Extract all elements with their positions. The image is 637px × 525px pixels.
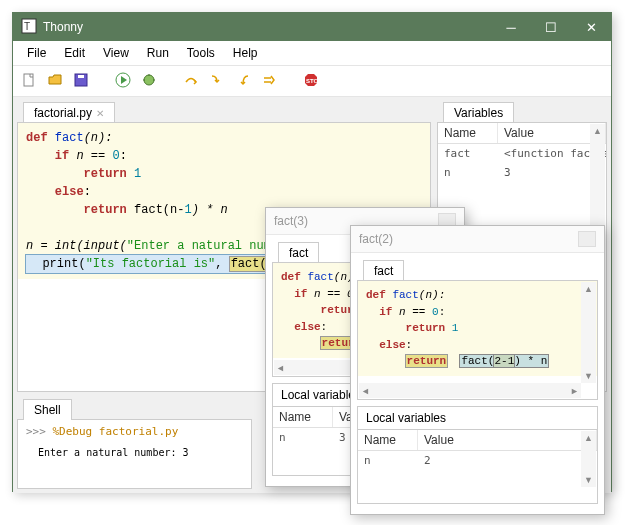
variable-row[interactable]: n 3	[438, 163, 606, 182]
editor-tab[interactable]: factorial.py✕	[23, 102, 115, 123]
variables-header: Name Value	[438, 123, 606, 144]
run-button[interactable]	[113, 70, 133, 90]
shell-tab[interactable]: Shell	[23, 399, 72, 420]
eval-subexpr-highlight: fact(2-1) * n	[460, 355, 548, 367]
frame-code-tab[interactable]: fact	[363, 260, 404, 281]
frame-popup-fact2: fact(2) fact def fact(n): if n == 0: ret…	[350, 225, 605, 515]
step-out-button[interactable]	[233, 70, 253, 90]
menu-file[interactable]: File	[19, 44, 54, 62]
new-file-button[interactable]	[19, 70, 39, 90]
save-file-button[interactable]	[71, 70, 91, 90]
current-line-highlight: print("Its factorial is", fact(3))	[26, 255, 306, 273]
toolbar: STOP	[13, 66, 611, 97]
frame-code-panel: def fact(n): if n == 0: return 1 else: r…	[357, 280, 598, 400]
scroll-up-icon[interactable]: ▲	[591, 124, 604, 138]
shell-panel[interactable]: >>> %Debug factorial.py Enter a natural …	[17, 419, 252, 489]
titlebar: T Thonny ─ ☐ ✕	[13, 13, 611, 41]
frame-title: fact(3)	[274, 214, 308, 228]
menu-tools[interactable]: Tools	[179, 44, 223, 62]
close-button[interactable]: ✕	[571, 13, 611, 41]
svg-point-6	[144, 75, 154, 85]
svg-rect-2	[24, 74, 33, 86]
frame-close-button[interactable]	[578, 231, 596, 247]
variable-row[interactable]: n2	[358, 451, 597, 470]
local-vars-panel: NameValue n2 ▲▼	[357, 429, 598, 504]
close-tab-icon[interactable]: ✕	[96, 108, 104, 119]
menubar: File Edit View Run Tools Help	[13, 41, 611, 66]
frame-titlebar[interactable]: fact(2)	[351, 226, 604, 253]
open-file-button[interactable]	[45, 70, 65, 90]
scrollbar-h[interactable]: ◄►	[359, 383, 581, 398]
svg-text:STOP: STOP	[306, 78, 319, 84]
menu-run[interactable]: Run	[139, 44, 177, 62]
editor-tab-label: factorial.py	[34, 106, 92, 120]
debug-button[interactable]	[139, 70, 159, 90]
menu-view[interactable]: View	[95, 44, 137, 62]
variables-tab[interactable]: Variables	[443, 102, 514, 123]
resume-button[interactable]	[259, 70, 279, 90]
eval-expr-highlight: return	[406, 355, 448, 367]
shell-output: Enter a natural number: 3	[26, 441, 243, 460]
frame-code-tab[interactable]: fact	[278, 242, 319, 263]
menu-edit[interactable]: Edit	[56, 44, 93, 62]
local-vars-title: Local variables	[357, 406, 598, 429]
shell-command: %Debug factorial.py	[53, 425, 179, 438]
svg-rect-4	[78, 75, 84, 78]
app-icon: T	[21, 18, 37, 37]
variable-row[interactable]: fact <function fact a	[438, 144, 606, 163]
scrollbar-v[interactable]: ▲▼	[581, 431, 596, 487]
minimize-button[interactable]: ─	[491, 13, 531, 41]
maximize-button[interactable]: ☐	[531, 13, 571, 41]
editor-tabs: factorial.py✕	[17, 101, 431, 122]
scrollbar-v[interactable]: ▲▼	[581, 282, 596, 383]
step-over-button[interactable]	[181, 70, 201, 90]
svg-text:T: T	[24, 21, 30, 32]
menu-help[interactable]: Help	[225, 44, 266, 62]
frame-title: fact(2)	[359, 232, 393, 246]
step-into-button[interactable]	[207, 70, 227, 90]
stop-button[interactable]: STOP	[301, 70, 321, 90]
col-name: Name	[438, 123, 498, 143]
app-title: Thonny	[43, 20, 491, 34]
shell-prompt: >>>	[26, 425, 46, 438]
frame-code[interactable]: def fact(n): if n == 0: return 1 else: r…	[358, 281, 597, 376]
